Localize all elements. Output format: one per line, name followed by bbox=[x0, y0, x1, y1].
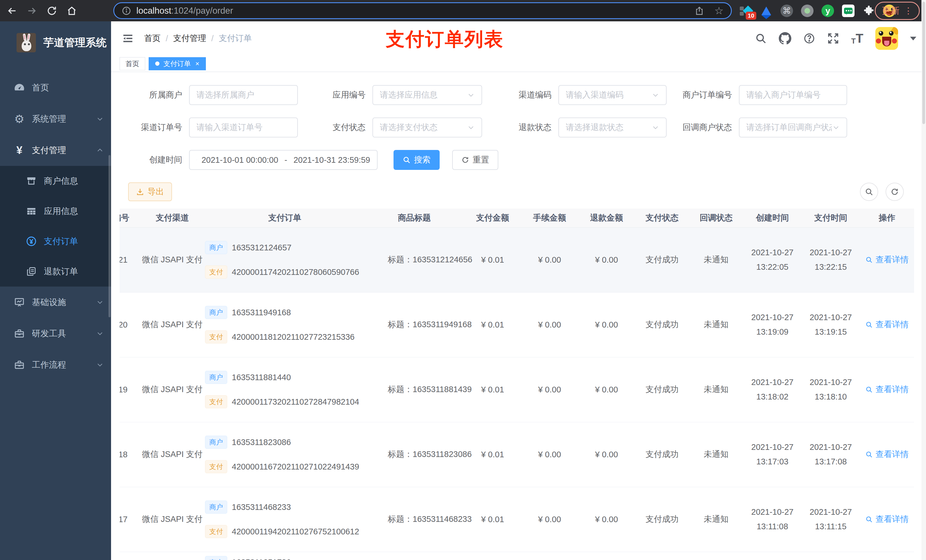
extension-command-icon[interactable]: ⌘ bbox=[780, 4, 793, 17]
sidebar-item-label: 首页 bbox=[32, 82, 49, 94]
sidebar-item-merchant-info[interactable]: 商户信息 bbox=[0, 166, 111, 196]
placeholder: 请输入渠道订单号 bbox=[197, 122, 263, 133]
show-search-toggle-button[interactable] bbox=[860, 183, 878, 201]
export-button[interactable]: 导出 bbox=[128, 183, 172, 201]
url-text: localhost:1024/pay/order bbox=[136, 6, 233, 16]
extension-grid-diamond-icon[interactable]: 10 bbox=[739, 4, 752, 17]
extension-dot-icon[interactable] bbox=[801, 4, 814, 17]
back-arrow-icon bbox=[6, 5, 17, 16]
pay-channel: 微信 JSAPI 支付 bbox=[139, 357, 205, 422]
font-size-icon[interactable]: TT bbox=[851, 31, 863, 45]
sidebar-item-dev-tools[interactable]: 研发工具 bbox=[0, 318, 111, 349]
extension-y-icon[interactable]: y bbox=[821, 4, 834, 17]
sidebar-item-pay-order[interactable]: 支付订单 bbox=[0, 226, 111, 257]
bookmark-star-icon[interactable]: ☆ bbox=[714, 5, 723, 17]
browser-forward-button[interactable] bbox=[24, 3, 40, 19]
help-icon[interactable] bbox=[803, 32, 815, 44]
sidebar-item-system[interactable]: ⚙ 系统管理 bbox=[0, 103, 111, 134]
chevron-down-icon bbox=[467, 91, 475, 99]
refund-status-select[interactable]: 请选择退款状态 bbox=[558, 118, 667, 137]
view-detail-link[interactable]: 查看详情 bbox=[865, 384, 909, 395]
refresh-table-button[interactable] bbox=[885, 183, 904, 201]
table-row: 20 微信 JSAPI 支付 商户1635311949168 支付4200001… bbox=[120, 292, 914, 357]
view-detail-link[interactable]: 查看详情 bbox=[865, 254, 909, 266]
shop-icon-svg bbox=[26, 175, 37, 186]
chevron-down-icon bbox=[96, 361, 104, 368]
col-created: 创建时间 bbox=[743, 208, 802, 227]
hamburger-icon bbox=[122, 32, 134, 44]
breadcrumb-section[interactable]: 支付管理 bbox=[173, 33, 206, 44]
channel-pay-no: 4200001194202110276752100612 bbox=[232, 527, 359, 536]
avatar-caret-icon[interactable] bbox=[910, 37, 916, 41]
avatar[interactable] bbox=[875, 27, 898, 50]
view-detail-link[interactable]: 查看详情 bbox=[865, 449, 909, 460]
browser-back-button[interactable] bbox=[4, 3, 20, 19]
col-paid: 支付时间 bbox=[802, 208, 860, 227]
channel-code-select[interactable]: 请输入渠道编码 bbox=[558, 85, 667, 105]
sidebar-item-workflow[interactable]: 工作流程 bbox=[0, 349, 111, 380]
notify-status-select[interactable]: 请选择订单回调商户状态 bbox=[739, 118, 847, 137]
chevron-down-icon bbox=[467, 124, 475, 131]
pay-amount: ¥ 0.01 bbox=[464, 292, 521, 357]
github-icon[interactable] bbox=[779, 32, 791, 45]
sidebar-item-refund-order[interactable]: 退款订单 bbox=[0, 257, 111, 287]
page-scrollbar[interactable] bbox=[921, 0, 926, 560]
sidebar-item-payment[interactable]: ¥ 支付管理 bbox=[0, 134, 111, 166]
merchant-order-no-input[interactable]: 请输入商户订单编号 bbox=[739, 85, 847, 105]
tab-close-icon[interactable]: × bbox=[195, 60, 199, 68]
toolbox-icon bbox=[12, 328, 27, 339]
create-time-range-input[interactable]: 2021-10-01 00:00:00 - 2021-10-31 23:59:5… bbox=[189, 150, 378, 170]
placeholder: 请选择应用信息 bbox=[380, 89, 438, 101]
sidebar-logo[interactable]: 芋道管理系统 bbox=[0, 21, 111, 64]
search-button[interactable]: 搜索 bbox=[393, 150, 440, 170]
created-time: 13:18:02 bbox=[756, 392, 788, 401]
breadcrumb-home[interactable]: 首页 bbox=[144, 33, 160, 44]
filter-label-notify-status: 回调商户状态 bbox=[678, 122, 739, 133]
sidebar-scrollbar[interactable] bbox=[109, 155, 110, 317]
browser-update-button[interactable]: 更新 ⋮ bbox=[875, 2, 920, 20]
filter-label-merchant: 所属商户 bbox=[128, 89, 189, 101]
export-button-label: 导出 bbox=[147, 186, 164, 198]
page-scrollbar-thumb[interactable] bbox=[922, 2, 925, 124]
search-icon[interactable] bbox=[755, 32, 767, 44]
fullscreen-icon[interactable] bbox=[827, 32, 839, 44]
view-detail-link[interactable]: 查看详情 bbox=[865, 514, 909, 525]
extensions-puzzle-icon[interactable] bbox=[862, 4, 875, 17]
order-id: 19 bbox=[120, 357, 139, 422]
tab-home[interactable]: 首页 bbox=[120, 57, 145, 70]
paid-time: 13:22:15 bbox=[815, 263, 847, 272]
view-detail-link[interactable]: 查看详情 bbox=[865, 319, 909, 331]
merchant-order-no: 1635312124657 bbox=[232, 243, 292, 252]
merchant-order-no: 1635311468233 bbox=[232, 503, 291, 512]
url-bar[interactable]: localhost:1024/pay/order ☆ bbox=[113, 2, 732, 19]
extension-chat-icon[interactable] bbox=[842, 4, 855, 17]
sidebar-item-home[interactable]: 首页 bbox=[0, 72, 111, 103]
pay-tag: 支付 bbox=[205, 525, 227, 538]
copy-document-icon bbox=[24, 266, 39, 276]
view-detail-label: 查看详情 bbox=[876, 384, 909, 395]
extension-bar: 10 ⌘ y bbox=[739, 0, 896, 21]
share-icon[interactable] bbox=[694, 6, 704, 16]
site-info-icon[interactable] bbox=[122, 6, 131, 16]
sidebar-collapse-button[interactable] bbox=[122, 32, 134, 44]
paid-time: 13:11:15 bbox=[815, 522, 847, 531]
app-header: 首页 / 支付管理 / 支付订单 支付订单列表 bbox=[111, 21, 926, 56]
browser-menu-icon[interactable]: ⋮ bbox=[904, 6, 912, 16]
merchant-order-no: 1635311823086 bbox=[232, 438, 291, 447]
table-row-partial: 商户1635311251786 bbox=[120, 552, 914, 560]
extension-kite-icon[interactable] bbox=[760, 4, 773, 17]
reset-button[interactable]: 重置 bbox=[452, 150, 498, 170]
sidebar-item-app-info[interactable]: 应用信息 bbox=[0, 196, 111, 226]
sidebar-item-infrastructure[interactable]: 基础设施 bbox=[0, 287, 111, 318]
channel-pay-no: 4200001174202110278060590766 bbox=[232, 267, 359, 277]
channel-order-no-input[interactable]: 请输入渠道订单号 bbox=[189, 118, 298, 137]
browser-reload-button[interactable] bbox=[44, 3, 60, 19]
browser-home-button[interactable] bbox=[64, 3, 80, 19]
pay-status-select[interactable]: 请选择支付状态 bbox=[372, 118, 482, 137]
notify-status: 未通知 bbox=[689, 357, 743, 422]
app-select[interactable]: 请选择应用信息 bbox=[372, 85, 482, 105]
merchant-select[interactable]: 请选择所属商户 bbox=[189, 85, 298, 105]
placeholder: 请输入渠道编码 bbox=[566, 89, 623, 101]
tab-pay-order[interactable]: 支付订单 × bbox=[149, 57, 206, 70]
sidebar-item-label: 支付订单 bbox=[44, 235, 78, 247]
